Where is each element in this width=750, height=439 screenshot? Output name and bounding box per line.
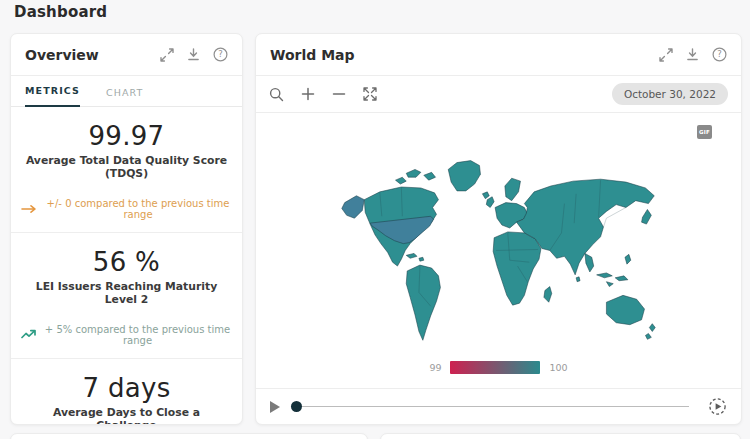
expand-icon[interactable] bbox=[659, 48, 673, 62]
svg-text:?: ? bbox=[218, 49, 223, 59]
metric-maturity: 56 % LEI Issuers Reaching Maturity Level… bbox=[11, 232, 242, 358]
metric-delta: + 5% compared to the previous time range bbox=[21, 324, 232, 346]
zoom-in-icon[interactable] bbox=[301, 87, 315, 101]
map-toolbar: October 30, 2022 bbox=[256, 76, 741, 113]
help-icon[interactable]: ? bbox=[213, 47, 228, 62]
metric-label: Average Total Data Quality Score (TDQS) bbox=[21, 154, 232, 181]
bottom-left-panel bbox=[10, 433, 368, 439]
metric-delta-text: + 5% compared to the previous time range bbox=[43, 324, 232, 346]
metric-challenge-days: 7 days Average Days to Close a Challenge… bbox=[11, 358, 242, 425]
country-australia bbox=[606, 295, 644, 324]
legend-min: 99 bbox=[429, 362, 441, 373]
page-title: Dashboard bbox=[14, 3, 107, 21]
map-panel-header: World Map ? bbox=[256, 34, 741, 76]
download-icon[interactable] bbox=[686, 48, 699, 61]
help-icon[interactable]: ? bbox=[712, 47, 727, 62]
play-icon[interactable] bbox=[270, 401, 280, 413]
trend-up-icon bbox=[21, 329, 37, 340]
metric-value: 7 days bbox=[21, 373, 232, 403]
country-iceland bbox=[482, 192, 489, 199]
region-africa bbox=[493, 232, 541, 305]
slider-track[interactable] bbox=[302, 406, 689, 407]
legend-max: 100 bbox=[549, 362, 567, 373]
map-canvas: GIF bbox=[256, 113, 741, 388]
search-icon[interactable] bbox=[269, 87, 284, 102]
tab-chart[interactable]: CHART bbox=[106, 76, 144, 107]
world-map-panel: World Map ? October 30, 2022 GIF bbox=[255, 33, 742, 425]
expand-icon[interactable] bbox=[160, 48, 174, 62]
loop-icon[interactable] bbox=[708, 397, 727, 416]
country-uk bbox=[486, 197, 494, 208]
country-japan bbox=[641, 209, 651, 224]
trend-flat-icon bbox=[21, 204, 38, 214]
svg-text:?: ? bbox=[717, 49, 722, 59]
country-alaska bbox=[341, 196, 363, 218]
map-legend: 99 100 bbox=[429, 361, 567, 374]
tab-metrics[interactable]: METRICS bbox=[25, 76, 80, 107]
country-greenland bbox=[448, 161, 480, 191]
bottom-right-panel bbox=[380, 433, 741, 439]
metric-label: Average Days to Close a Challenge bbox=[21, 406, 232, 425]
fullscreen-icon[interactable] bbox=[363, 87, 377, 101]
gif-export-button[interactable]: GIF bbox=[697, 125, 712, 139]
world-map-svg[interactable] bbox=[333, 145, 665, 355]
country-madagascar bbox=[543, 287, 551, 303]
metric-value: 56 % bbox=[21, 247, 232, 277]
metric-label: LEI Issuers Reaching Maturity Level 2 bbox=[21, 280, 232, 307]
overview-tabs: METRICS CHART bbox=[11, 76, 242, 107]
download-icon[interactable] bbox=[187, 48, 200, 61]
overview-panel: Overview ? METRICS CHART 99.97 Average T… bbox=[10, 33, 243, 425]
slider-handle[interactable] bbox=[291, 401, 302, 412]
metric-delta-text: +/- 0 compared to the previous time rang… bbox=[44, 198, 232, 220]
metric-value: 99.97 bbox=[21, 121, 232, 151]
region-south-america bbox=[406, 265, 440, 340]
legend-gradient-bar bbox=[450, 361, 540, 374]
timeline-slider[interactable] bbox=[291, 401, 697, 412]
date-badge[interactable]: October 30, 2022 bbox=[612, 83, 728, 105]
timeline-player bbox=[256, 388, 741, 424]
zoom-out-icon[interactable] bbox=[332, 87, 346, 101]
overview-panel-header: Overview ? bbox=[11, 34, 242, 76]
metric-delta: +/- 0 compared to the previous time rang… bbox=[21, 198, 232, 220]
metric-tdqs: 99.97 Average Total Data Quality Score (… bbox=[11, 107, 242, 232]
world-map-title: World Map bbox=[270, 47, 659, 63]
overview-title: Overview bbox=[25, 47, 160, 63]
